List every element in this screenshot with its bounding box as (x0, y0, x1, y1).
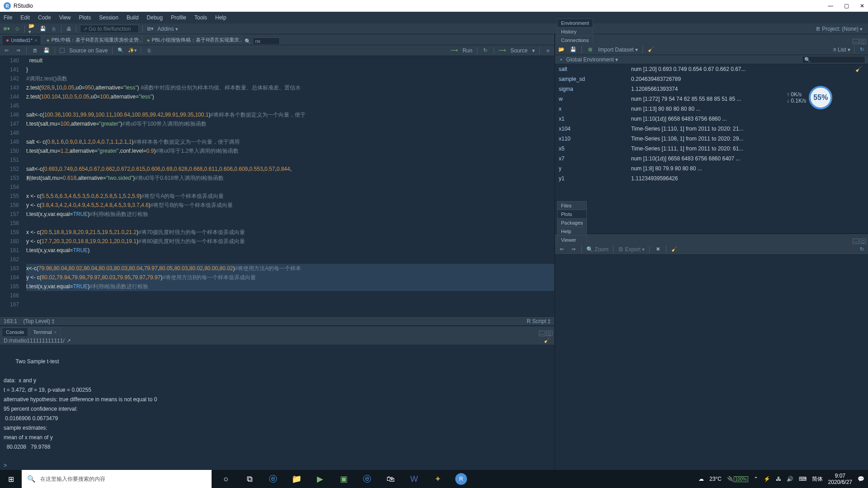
rerun-icon[interactable]: ↻ (482, 47, 489, 54)
menu-plots[interactable]: Plots (79, 14, 91, 21)
maximize-pane-icon[interactable]: ▢ (546, 331, 552, 336)
volume-icon[interactable]: 🔊 (787, 476, 793, 482)
menu-session[interactable]: Session (99, 14, 118, 21)
import-dataset-menu[interactable]: Import Dataset ▾ (598, 47, 638, 53)
load-workspace-icon[interactable]: 📂 (558, 46, 565, 53)
export-menu[interactable]: 🖺 Export ▾ (618, 246, 645, 253)
back-icon[interactable]: ⇐ (3, 47, 10, 54)
clear-env-icon[interactable]: 🧹 (647, 46, 655, 53)
scope-label[interactable]: (Top Level) ‡ (23, 318, 54, 324)
edge-icon[interactable]: ⓔ (264, 470, 282, 488)
find-icon[interactable]: 🔍 (117, 47, 124, 54)
wand-icon[interactable]: ✨▾ (129, 47, 136, 54)
network-icon[interactable]: 🖧 (776, 476, 781, 482)
explorer-icon[interactable]: 📁 (288, 470, 306, 488)
battery-icon[interactable]: 🔌100% (727, 476, 748, 482)
menu-help[interactable]: Help (215, 14, 226, 21)
addins-menu[interactable]: Addins ▾ (157, 26, 178, 32)
menu-code[interactable]: Code (38, 14, 51, 21)
popout-icon[interactable]: ↗ (66, 338, 71, 344)
env-tab-history[interactable]: History (557, 27, 593, 36)
grid-icon[interactable]: ⊞▾ (146, 25, 154, 33)
env-variable-row[interactable]: x7num [1:10(1d)] 6658 6483 6756 6860 640… (555, 154, 868, 164)
viewer-tab-files[interactable]: Files (557, 201, 587, 210)
remove-plot-icon[interactable]: ✖ (654, 246, 661, 253)
run-button[interactable]: Run (462, 47, 472, 54)
prev-plot-icon[interactable]: ⇐ (558, 246, 565, 253)
list-grid-toggle[interactable]: ≡ List ▾ (833, 47, 850, 53)
minimize-pane-icon[interactable]: — (539, 331, 545, 336)
source-on-save-checkbox[interactable] (60, 48, 65, 53)
outline-icon[interactable]: ≡ (544, 47, 552, 54)
save-workspace-icon[interactable]: 💾 (570, 46, 577, 53)
source-dropdown[interactable]: ▾ (532, 47, 535, 54)
source-tab[interactable]: ● PBL小组报告终稿：基于R语言实现重庆... × (142, 35, 242, 45)
next-plot-icon[interactable]: ⇒ (570, 246, 577, 253)
word-icon[interactable]: W (405, 470, 423, 488)
clock-time[interactable]: 9:07 (828, 473, 852, 479)
viewer-tab-help[interactable]: Help (557, 227, 587, 235)
task-view-icon[interactable]: ⧉ (241, 470, 259, 488)
env-variable-row[interactable]: y11.11234939596426 (555, 174, 868, 183)
power-icon[interactable]: ⚡ (764, 476, 770, 482)
tray-chevron-icon[interactable]: ⌃ (754, 476, 758, 482)
console-tab-console[interactable]: Console (2, 328, 28, 336)
source-button[interactable]: Source (510, 47, 528, 54)
new-file-icon[interactable]: ⊕▾ (3, 25, 10, 33)
clear-console-icon[interactable]: 🧹 (543, 337, 551, 344)
env-variable-row[interactable]: wnum [1:272] 79 54 74 62 85 55 88 85 51 … (555, 94, 868, 104)
rstudio-taskbar-icon[interactable]: R (452, 470, 470, 488)
menu-tools[interactable]: Tools (194, 14, 207, 21)
language-label[interactable]: R Script ‡ (527, 318, 551, 324)
refresh-env-icon[interactable]: ↻ (858, 46, 865, 53)
media-icon[interactable]: ▶ (311, 470, 329, 488)
minimize-pane-icon[interactable]: — (853, 39, 859, 44)
project-selector[interactable]: 🖹 Project: (None) ▾ (813, 25, 865, 33)
viewer-tab-viewer[interactable]: Viewer (557, 235, 587, 244)
save-all-icon[interactable]: ⎘ (50, 25, 57, 33)
run-icon[interactable]: ⟶ (451, 47, 458, 54)
compile-report-icon[interactable]: ⎘ (146, 47, 153, 54)
open-file-icon[interactable]: 📂▾ (28, 25, 36, 33)
minimize-button[interactable]: — (828, 3, 833, 9)
env-variable-row[interactable]: x5Time-Series [1:111, 1] from 2011 to 20… (555, 144, 868, 154)
env-variable-row[interactable]: sample_sd0.204639483726789 (555, 74, 868, 84)
menu-edit[interactable]: Edit (20, 14, 30, 21)
show-in-new-window-icon[interactable]: 🖹 (31, 47, 38, 54)
minimize-pane-icon[interactable]: — (853, 239, 859, 244)
env-variable-row[interactable]: x1num [1:10(1d)] 6658 6483 6756 6860 ... (555, 114, 868, 124)
env-variable-row[interactable]: xnum [1:13] 80 80 80 80 80 ... (555, 104, 868, 114)
maximize-pane-icon[interactable]: ▢ (860, 39, 866, 44)
env-variable-row[interactable]: x104Time-Series [1:110, 1] from 2011 to … (555, 124, 868, 134)
print-icon[interactable]: 🖶 (65, 25, 72, 33)
ime-icon[interactable]: ⌨ (799, 476, 807, 482)
console-tab-terminal[interactable]: Terminal × (29, 328, 61, 336)
source-tab[interactable]: ● PBL中稿：基于R语言实现重庆房价走势... × (42, 35, 142, 45)
env-variable-row[interactable]: ynum [1:8] 80 79.9 80 80 80 ... (555, 164, 868, 174)
save-icon[interactable]: 💾 (43, 47, 50, 54)
import-icon[interactable]: ⊞ (586, 46, 594, 53)
forward-icon[interactable]: ⇒ (14, 47, 22, 54)
viewer-tab-packages[interactable]: Packages (557, 218, 587, 227)
clock-date[interactable]: 2020/6/27 (828, 479, 852, 485)
source-find-input[interactable]: nx (253, 38, 280, 45)
ime-label[interactable]: 简体 (812, 475, 823, 483)
store-icon[interactable]: 🛍 (382, 470, 400, 488)
viewer-tab-plots[interactable]: Plots (557, 210, 587, 218)
console-output[interactable]: Two Sample t-test data: x and y t = 3.47… (0, 345, 554, 470)
save-icon[interactable]: 💾 (39, 25, 47, 33)
menu-build[interactable]: Build (127, 14, 139, 21)
taskbar-search[interactable]: 🔍 在这里输入你要搜索的内容 (22, 470, 212, 488)
close-button[interactable]: ✕ (860, 3, 864, 9)
app-icon[interactable]: ✦ (429, 470, 447, 488)
menu-file[interactable]: File (4, 14, 12, 21)
menu-view[interactable]: View (59, 14, 71, 21)
source-icon[interactable]: ⟶ (499, 47, 506, 54)
goto-file-input[interactable]: ↗ Go to file/function (80, 25, 139, 33)
env-search-input[interactable] (802, 56, 865, 63)
notifications-icon[interactable]: 💬 (858, 476, 864, 482)
env-variable-row[interactable]: x110Time-Series [1:108, 1] from 2011 to … (555, 134, 868, 144)
scope-selector[interactable]: 🔹 Global Environment ▾ (558, 56, 618, 63)
env-variable-row[interactable]: sigma1.12085661393374 (555, 84, 868, 94)
zoom-button[interactable]: 🔍 Zoom (586, 246, 609, 253)
